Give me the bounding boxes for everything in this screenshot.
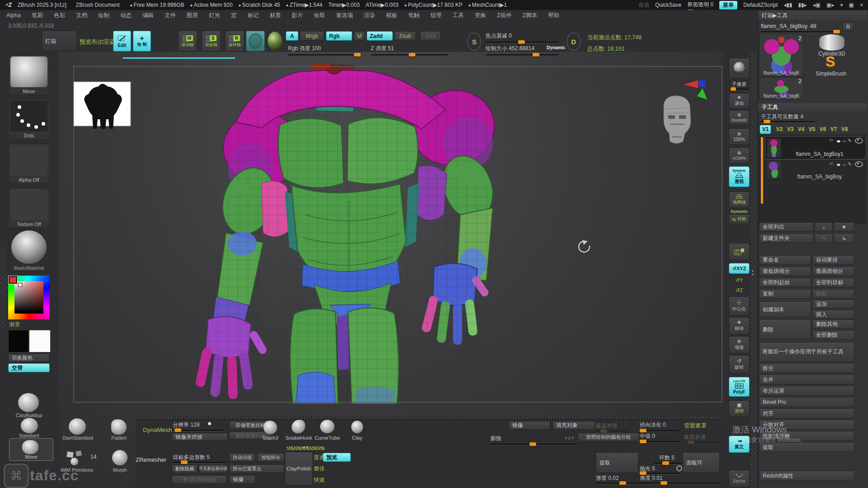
extract-button[interactable]: 提取 <box>596 452 638 473</box>
list-all-button[interactable]: 全部列出 <box>759 222 813 232</box>
gradient-label[interactable]: 渐变 <box>9 321 20 328</box>
tool-thumbnail-1[interactable]: 2 flamm_SA_bigB <box>759 33 804 77</box>
tool-palette-header[interactable]: 灯箱▶工具 <box>758 11 867 20</box>
rename-button[interactable]: 重命名 <box>759 255 811 265</box>
current-material-sphere[interactable] <box>268 32 282 51</box>
scale-doc-button[interactable]: ⊕缩放 <box>729 336 750 353</box>
tool-thumbnail-2[interactable]: 2 flamm_SA_bigB <box>759 77 804 99</box>
xyz-marks-label[interactable]: x y z <box>565 436 574 440</box>
simplebrush-s-icon[interactable]: S <box>826 53 835 70</box>
switch-color-button[interactable]: 切换颜色 <box>8 354 50 362</box>
median-knob[interactable] <box>640 440 646 443</box>
menu-movie[interactable]: 影片 <box>286 12 308 19</box>
close-icon[interactable]: × <box>860 1 863 9</box>
tab-v2[interactable]: V2 <box>774 125 785 134</box>
focal-falloff-knob[interactable] <box>518 40 525 44</box>
edit-button[interactable]: Edit <box>113 31 131 52</box>
split-by-group-button[interactable]: 按组拆分 <box>257 453 284 462</box>
menu-light[interactable]: 灯光 <box>203 12 226 19</box>
brush-slot-move[interactable]: Move <box>8 55 50 95</box>
dynamic-label[interactable]: Dynamic <box>547 45 566 50</box>
secondary-color-swatch[interactable] <box>29 330 51 352</box>
redo-move-button[interactable]: ↳ <box>834 234 854 243</box>
draw-d-icon[interactable]: D <box>567 33 580 51</box>
move-axis-button[interactable]: M 移动轴 <box>178 31 197 52</box>
brush-standard-thumbnail[interactable] <box>21 418 38 433</box>
redshift-props-button[interactable]: Redshift属性 <box>759 471 854 481</box>
a-toggle-button[interactable]: A <box>286 31 298 41</box>
tool-name-slider[interactable] <box>761 31 840 33</box>
brush-edit-icon[interactable]: ✎ <box>848 138 852 144</box>
menu-macro[interactable]: 宏 <box>226 12 242 19</box>
menu-zscript[interactable]: Z脚本 <box>517 12 543 19</box>
draw-button[interactable]: + 绘 制 <box>133 31 151 52</box>
backface-mask-button[interactable]: 背面遮罩 <box>684 422 707 430</box>
subtool-item[interactable]: ↶ ●● ●● ✎ flamm_SA_bigBoy <box>765 160 866 183</box>
color-picker[interactable] <box>8 276 50 319</box>
left-tray-divider[interactable] <box>0 248 6 329</box>
cylinder3d-thumbnail[interactable] <box>819 34 844 51</box>
m-button[interactable]: M <box>354 31 365 41</box>
uv-toggle-icon[interactable]: ●● <box>842 138 844 144</box>
subtool-scrollbar[interactable] <box>761 137 763 204</box>
tab-v3[interactable]: V3 <box>785 125 796 134</box>
zcut-button[interactable]: Zcut <box>420 31 441 41</box>
focal-falloff-slider[interactable] <box>486 42 559 43</box>
panel-loop-button[interactable]: 面板环 <box>683 452 720 473</box>
ac50-button[interactable]: ⊕AC50% <box>729 147 750 164</box>
radial-fade-knob[interactable] <box>640 429 646 432</box>
dock-right-icon[interactable]: ▮▮▸ <box>798 2 807 8</box>
draw-size-slider[interactable] <box>486 54 559 56</box>
tab-v1[interactable]: V1 <box>760 125 771 134</box>
all-to-start-button[interactable]: 全部到起始 <box>759 278 811 287</box>
rings-slider[interactable] <box>654 463 682 465</box>
polish-toggle-icon[interactable] <box>676 465 682 471</box>
restore-icon[interactable]: ▣ <box>849 2 854 8</box>
bottom-shelf-scroll-hatch[interactable] <box>136 416 723 419</box>
menu-zplugin[interactable]: Z插件 <box>491 12 517 19</box>
menu-draw[interactable]: 绘制 <box>93 12 115 19</box>
rgb-intensity-knob[interactable] <box>354 53 361 56</box>
resolution-slider[interactable] <box>173 430 223 432</box>
brush-edit-icon[interactable]: ✎ <box>848 161 852 167</box>
xpose-button[interactable]: ⤡⤢Xpose <box>729 470 750 487</box>
align-button[interactable]: 对齐 <box>759 408 854 418</box>
delete-button[interactable]: 删除 <box>759 319 811 339</box>
polypaint-toggle-icon[interactable]: ●● <box>836 162 839 167</box>
brush-flatten-thumbnail[interactable] <box>111 419 127 435</box>
move-up-button[interactable]: ▲ <box>815 222 833 232</box>
subtool-item-selected[interactable]: ↶ ●● ●● ✎ flamm_SA_bigBoy1 <box>765 136 866 160</box>
paste-button[interactable]: 粘贴 <box>812 289 854 299</box>
mrgb-button[interactable]: Mrgb <box>300 31 324 41</box>
menu-edit[interactable]: 编辑 <box>137 12 159 19</box>
tab-v6[interactable]: V6 <box>817 125 828 134</box>
visibility-eye-icon[interactable] <box>855 138 863 144</box>
transparency-button[interactable]: ▣透明 <box>729 400 750 417</box>
dynamesh-button[interactable]: DynaMesh <box>143 427 172 433</box>
group-by-paint-color-button[interactable]: 按照绘制的颜色分组 <box>578 433 639 441</box>
menu-alpha[interactable]: Alpha <box>6 12 26 19</box>
bevel-pro-button[interactable]: Bevel Pro <box>759 397 854 407</box>
menu-button[interactable]: 菜单 <box>719 1 737 9</box>
boolean-button[interactable]: 布尔运算 <box>759 386 854 396</box>
delay-radius-slider[interactable] <box>596 431 628 432</box>
fill-object-button[interactable]: 填充对象 <box>552 421 595 430</box>
menu-stencil[interactable]: 模板 <box>381 12 403 19</box>
polypaint-toggle-icon[interactable]: ●● <box>836 138 839 144</box>
brush-slash3-thumbnail[interactable] <box>264 421 277 434</box>
floor-grid-button[interactable]: 地网格 <box>729 192 750 208</box>
frame-camera-button[interactable] <box>729 243 750 260</box>
subtool-section-header[interactable]: 子工具 <box>758 103 867 112</box>
delay-step-slider[interactable] <box>684 442 720 444</box>
actual-size-button[interactable]: ⊕100% <box>729 128 750 145</box>
stroke-slot-dots[interactable]: Dots <box>8 99 50 140</box>
uv-auto-group-button[interactable]: 带 UV 自动分组 <box>172 475 227 484</box>
menu-material[interactable]: 材质 <box>264 12 286 19</box>
right-scrollbar-arrows-icon[interactable]: ▲▼ <box>751 268 755 277</box>
auto-label[interactable]: 自动 <box>638 1 649 9</box>
menu-preferences[interactable]: 首选项 <box>330 12 359 19</box>
brush-curvetube-thumbnail[interactable] <box>320 420 335 433</box>
apply-last-action-button[interactable]: 将最后一个操作应用于所有子工具 <box>759 342 854 362</box>
move-doc-button[interactable]: ✥移动 <box>729 317 750 334</box>
delete-all-button[interactable]: 全部删除 <box>812 330 854 340</box>
